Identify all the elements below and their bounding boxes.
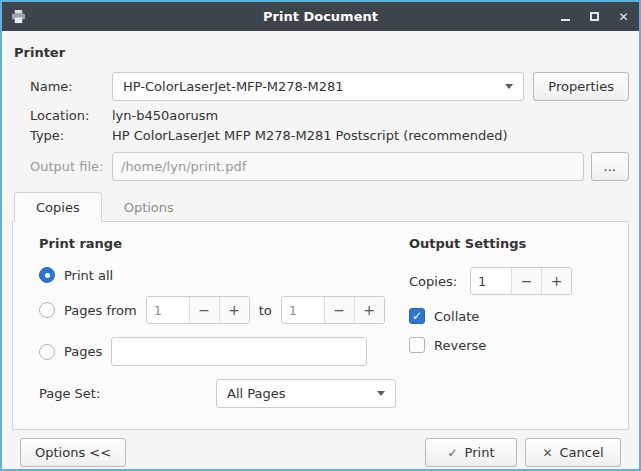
printer-app-icon [11, 10, 26, 24]
pages-label: Pages [64, 344, 102, 359]
print-all-label: Print all [64, 268, 113, 283]
pages-from-input[interactable] [147, 297, 189, 323]
printer-section-heading: Printer [14, 45, 627, 60]
copies-input[interactable] [471, 268, 511, 294]
printer-location-value: lyn-b450aorusm [112, 108, 218, 123]
tab-copies[interactable]: Copies [14, 192, 102, 222]
printer-location-row: Location: lyn-b450aorusm [30, 108, 629, 123]
close-button[interactable]: ✕ [617, 10, 630, 23]
collate-checkbox[interactable]: ✓ [409, 308, 425, 324]
page-set-label: Page Set: [39, 386, 207, 401]
output-settings-group: Output Settings Copies: − + ✓ Co [401, 234, 620, 421]
minimize-icon [561, 19, 570, 21]
print-range-group: Print range Print all Pages from − + [23, 234, 401, 421]
printer-type-row: Type: HP ColorLaserJet MFP M278-M281 Pos… [30, 128, 629, 143]
printer-type-label: Type: [30, 128, 112, 143]
printer-location-label: Location: [30, 108, 112, 123]
collate-label: Collate [434, 309, 479, 324]
pages-from-label: Pages from [64, 303, 137, 318]
printer-name-row: Name: HP-ColorLaserJet-MFP-M278-M281 Pro… [30, 72, 629, 101]
printer-name-combobox[interactable]: HP-ColorLaserJet-MFP-M278-M281 [112, 72, 524, 101]
close-icon: ✕ [542, 446, 552, 460]
pages-radio[interactable] [39, 344, 55, 360]
output-settings-heading: Output Settings [409, 236, 620, 251]
window-title: Print Document [72, 9, 569, 24]
reverse-option[interactable]: Reverse [409, 337, 620, 353]
collate-option[interactable]: ✓ Collate [409, 308, 620, 324]
print-range-heading: Print range [39, 236, 401, 251]
copies-spinbox: − + [470, 267, 572, 295]
print-dialog-window: Print Document ✕ Printer Name: HP-ColorL… [0, 0, 641, 471]
close-icon: ✕ [618, 10, 628, 24]
print-all-radio[interactable] [39, 267, 55, 283]
minus-icon[interactable]: − [189, 297, 219, 323]
print-all-option[interactable]: Print all [39, 267, 401, 283]
copies-label: Copies: [409, 274, 461, 289]
printer-name-value: HP-ColorLaserJet-MFP-M278-M281 [123, 79, 497, 94]
cancel-button-label: Cancel [560, 445, 604, 460]
plus-icon[interactable]: + [354, 297, 384, 323]
print-button[interactable]: ✓ Print [425, 438, 517, 467]
pages-from-option: Pages from − + to − + [39, 296, 401, 324]
browse-button[interactable]: ... [591, 152, 629, 181]
options-toggle-button[interactable]: Options << [20, 438, 126, 467]
pages-to-label: to [259, 303, 272, 318]
minus-icon[interactable]: − [324, 297, 354, 323]
plus-icon[interactable]: + [219, 297, 249, 323]
output-file-row: Output file: ... [30, 152, 629, 181]
copies-row: Copies: − + [409, 267, 620, 295]
notebook: Copies Options Print range Print all Pag… [12, 191, 629, 430]
tab-bar: Copies Options [14, 191, 629, 221]
page-set-value: All Pages [227, 386, 369, 401]
page-set-row: Page Set: All Pages [39, 379, 401, 408]
minimize-button[interactable] [559, 10, 572, 23]
titlebar[interactable]: Print Document ✕ [2, 2, 639, 31]
page-set-combobox[interactable]: All Pages [216, 379, 396, 408]
pages-from-spinbox: − + [146, 296, 250, 324]
check-icon: ✓ [448, 446, 458, 460]
pages-option: Pages [39, 337, 401, 366]
reverse-checkbox[interactable] [409, 337, 425, 353]
maximize-icon [590, 12, 599, 21]
reverse-label: Reverse [434, 338, 486, 353]
copies-tab-panel: Print range Print all Pages from − + [12, 221, 629, 430]
chevron-down-icon [505, 84, 513, 89]
dialog-body: Printer Name: HP-ColorLaserJet-MFP-M278-… [2, 31, 639, 471]
print-button-label: Print [465, 445, 495, 460]
minus-icon[interactable]: − [511, 268, 541, 294]
pages-input[interactable] [111, 337, 367, 366]
printer-type-value: HP ColorLaserJet MFP M278-M281 Postscrip… [112, 128, 508, 143]
check-icon: ✓ [412, 309, 422, 323]
maximize-button[interactable] [588, 10, 601, 23]
printer-name-label: Name: [30, 79, 112, 94]
plus-icon[interactable]: + [541, 268, 571, 294]
output-file-input[interactable] [112, 152, 584, 181]
window-controls: ✕ [559, 10, 630, 23]
dialog-footer: Options << ✓ Print ✕ Cancel [12, 430, 629, 471]
properties-button[interactable]: Properties [533, 72, 629, 101]
chevron-down-icon [377, 391, 385, 396]
pages-from-radio[interactable] [39, 302, 55, 318]
output-file-label: Output file: [30, 159, 112, 174]
cancel-button[interactable]: ✕ Cancel [525, 438, 621, 467]
pages-to-input[interactable] [282, 297, 324, 323]
tab-options[interactable]: Options [102, 192, 196, 222]
pages-to-spinbox: − + [281, 296, 385, 324]
